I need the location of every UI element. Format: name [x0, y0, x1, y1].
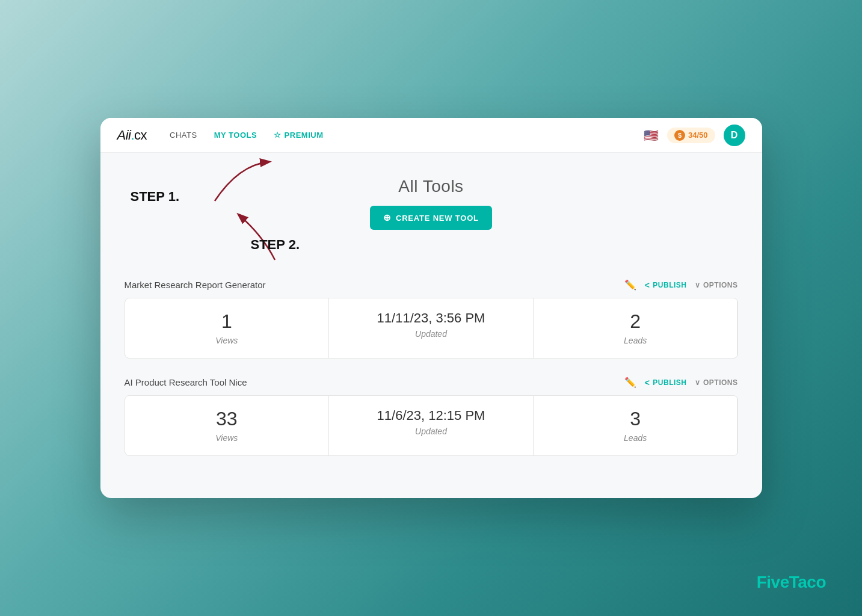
views-value-1: 1	[137, 310, 317, 333]
create-new-tool-button[interactable]: ⊕ CREATE NEW TOOL	[370, 206, 492, 230]
create-btn-area: ⊕ CREATE NEW TOOL STEP 2.	[125, 206, 738, 230]
navbar: Aii.cx CHATS MY TOOLS ☆ PREMIUM 🇺🇸 $ 34/…	[100, 118, 762, 153]
credits-icon: $	[674, 130, 685, 141]
publish-tool-2-button[interactable]: < PUBLISH	[645, 378, 687, 387]
flag-icon: 🇺🇸	[644, 128, 659, 143]
updated-label-2: Updated	[415, 427, 447, 436]
updated-value-1: 11/11/23, 3:56 PM	[341, 310, 521, 326]
views-value-2: 33	[137, 408, 317, 430]
leads-value-1: 2	[546, 310, 725, 333]
views-label-2: Views	[215, 433, 238, 443]
tool-name-2: AI Product Research Tool Nice	[125, 377, 247, 387]
nav-premium[interactable]: ☆ PREMIUM	[274, 131, 323, 140]
main-content: STEP 1. All Tools ⊕ CREATE NEW TOOL	[100, 153, 762, 498]
chevron-down-icon-1: ∨	[695, 281, 701, 289]
share-icon-1: <	[645, 280, 650, 290]
share-icon-2: <	[645, 378, 650, 387]
views-stat-1: 1 Views	[125, 298, 329, 358]
user-avatar[interactable]: D	[724, 125, 745, 146]
updated-label-1: Updated	[415, 329, 447, 339]
tool-actions-1: ✏️ < PUBLISH ∨ OPTIONS	[624, 279, 738, 291]
updated-stat-1: 11/11/23, 3:56 PM Updated	[329, 298, 533, 358]
leads-value-2: 3	[546, 408, 725, 430]
chevron-down-icon-2: ∨	[695, 378, 701, 387]
app-window: Aii.cx CHATS MY TOOLS ☆ PREMIUM 🇺🇸 $ 34/…	[100, 118, 762, 498]
tool-actions-2: ✏️ < PUBLISH ∨ OPTIONS	[624, 377, 738, 388]
views-label-1: Views	[215, 336, 238, 345]
leads-stat-2: 3 Leads	[534, 396, 737, 455]
updated-value-2: 11/6/23, 12:15 PM	[341, 408, 521, 424]
tool-header-1: Market Research Report Generator ✏️ < PU…	[125, 279, 738, 291]
page-title-area: All Tools	[125, 177, 738, 196]
options-tool-1-button[interactable]: ∨ OPTIONS	[695, 281, 737, 289]
edit-tool-1-button[interactable]: ✏️	[624, 279, 636, 291]
nav-my-tools[interactable]: MY TOOLS	[214, 131, 257, 140]
nav-chats[interactable]: CHATS	[170, 131, 197, 140]
tool-section-1: Market Research Report Generator ✏️ < PU…	[125, 279, 738, 359]
stats-row-1: 1 Views 11/11/23, 3:56 PM Updated 2 Lead…	[125, 298, 738, 359]
nav-right: 🇺🇸 $ 34/50 D	[644, 125, 745, 146]
leads-stat-1: 2 Leads	[534, 298, 737, 358]
page-title: All Tools	[125, 177, 738, 196]
views-stat-2: 33 Views	[125, 396, 329, 455]
leads-label-2: Leads	[624, 433, 647, 443]
credits-badge[interactable]: $ 34/50	[667, 128, 715, 143]
step2-label: STEP 2.	[251, 237, 300, 253]
stats-row-2: 33 Views 11/6/23, 12:15 PM Updated 3 Lea…	[125, 395, 738, 456]
tool-name-1: Market Research Report Generator	[125, 280, 266, 290]
tool-section-2: AI Product Research Tool Nice ✏️ < PUBLI…	[125, 377, 738, 456]
options-tool-2-button[interactable]: ∨ OPTIONS	[695, 378, 737, 387]
leads-label-1: Leads	[624, 336, 647, 345]
edit-tool-2-button[interactable]: ✏️	[624, 377, 636, 388]
tool-header-2: AI Product Research Tool Nice ✏️ < PUBLI…	[125, 377, 738, 388]
watermark: FiveTaco	[757, 573, 826, 592]
logo[interactable]: Aii.cx	[117, 128, 147, 143]
publish-tool-1-button[interactable]: < PUBLISH	[645, 280, 687, 290]
credits-value: 34/50	[688, 131, 708, 140]
star-icon: ☆	[274, 131, 282, 140]
header-area: STEP 1. All Tools ⊕ CREATE NEW TOOL	[125, 177, 738, 279]
updated-stat-2: 11/6/23, 12:15 PM Updated	[329, 396, 533, 455]
plus-circle-icon: ⊕	[383, 212, 392, 223]
